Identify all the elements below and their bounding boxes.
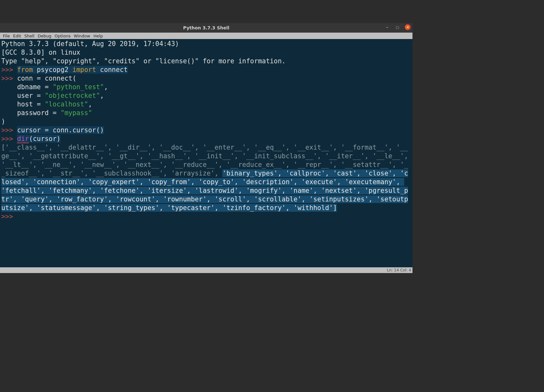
prompt: >>> — [1, 135, 17, 143]
menu-options[interactable]: Options — [53, 34, 72, 38]
string-literal: "localhost" — [45, 100, 88, 108]
string-literal: "mypass" — [60, 109, 92, 117]
module-name: psycopg2 — [37, 66, 68, 74]
keyword-from: from — [17, 66, 33, 74]
string-literal: "python_test" — [52, 83, 104, 91]
menu-shell[interactable]: Shell — [23, 34, 36, 38]
cursor-position: Ln: 14 Col: 4 — [387, 268, 411, 272]
code-line: dbname = — [1, 83, 52, 91]
shell-text-area[interactable]: Python 3.7.3 (default, Aug 20 2019, 17:0… — [0, 39, 412, 267]
code-line: password = — [1, 109, 60, 117]
menu-window[interactable]: Window — [72, 34, 92, 38]
builtin-dir: dir — [17, 135, 29, 143]
string-literal: "objectrocket" — [45, 92, 100, 99]
code-line: (cursor) — [29, 135, 60, 143]
maximize-button[interactable]: ▢ — [395, 24, 400, 30]
menubar: File Edit Shell Debug Options Window Hel… — [0, 33, 412, 39]
prompt: >>> — [1, 66, 17, 74]
code-line: cursor = conn.cursor() — [17, 126, 104, 134]
code-line: host = — [1, 100, 45, 108]
prompt: >>> — [1, 126, 17, 134]
banner-line: Python 3.7.3 (default, Aug 20 2019, 17:0… — [1, 40, 183, 48]
banner-line: Type "help", "copyright", "credits" or "… — [1, 57, 286, 65]
menu-edit[interactable]: Edit — [12, 34, 23, 38]
code-line: ) — [1, 118, 5, 125]
menu-help[interactable]: Help — [92, 34, 105, 38]
import-name: connect — [100, 66, 128, 74]
idle-window: Python 3.7.3 Shell – ▢ ✕ File Edit Shell… — [0, 23, 412, 273]
prompt: >>> — [1, 74, 17, 82]
code-line: conn = connect( — [17, 74, 76, 82]
minimize-button[interactable]: – — [384, 24, 390, 30]
statusbar: Ln: 14 Col: 4 — [0, 267, 412, 273]
titlebar[interactable]: Python 3.7.3 Shell – ▢ ✕ — [0, 23, 412, 33]
banner-line: [GCC 8.3.0] on linux — [1, 49, 80, 56]
menu-debug[interactable]: Debug — [36, 34, 53, 38]
prompt: >>> — [1, 213, 17, 220]
window-controls: – ▢ ✕ — [384, 24, 411, 30]
close-button[interactable]: ✕ — [405, 24, 411, 30]
keyword-import: import — [72, 66, 96, 74]
code-line: user = — [1, 92, 45, 99]
window-title: Python 3.7.3 Shell — [183, 25, 229, 30]
menu-file[interactable]: File — [1, 34, 12, 38]
